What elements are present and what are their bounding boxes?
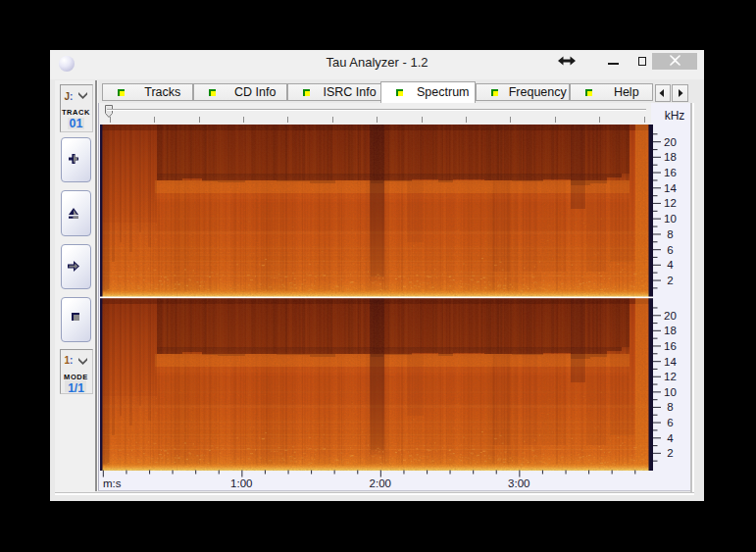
svg-text:m:s: m:s xyxy=(103,477,122,489)
svg-text:12: 12 xyxy=(664,197,677,209)
svg-text:2:00: 2:00 xyxy=(369,477,390,489)
svg-text:6: 6 xyxy=(667,244,673,256)
svg-text:2: 2 xyxy=(667,447,673,459)
svg-text:14: 14 xyxy=(664,356,677,368)
svg-text:10: 10 xyxy=(664,213,677,225)
svg-text:4: 4 xyxy=(667,259,674,271)
svg-text:1:00: 1:00 xyxy=(230,477,252,489)
svg-text:12: 12 xyxy=(664,371,677,382)
svg-text:8: 8 xyxy=(667,228,673,240)
svg-text:20: 20 xyxy=(664,136,677,148)
svg-text:kHz: kHz xyxy=(665,109,685,123)
svg-text:4: 4 xyxy=(667,432,674,444)
svg-text:3:00: 3:00 xyxy=(508,477,529,489)
svg-text:6: 6 xyxy=(667,417,673,428)
svg-text:16: 16 xyxy=(664,340,677,352)
svg-text:14: 14 xyxy=(664,182,677,194)
svg-text:16: 16 xyxy=(664,167,677,178)
svg-text:18: 18 xyxy=(664,151,677,163)
svg-text:8: 8 xyxy=(667,401,673,413)
svg-text:2: 2 xyxy=(667,275,673,286)
svg-text:20: 20 xyxy=(664,310,677,322)
svg-text:18: 18 xyxy=(664,325,677,336)
svg-text:10: 10 xyxy=(664,386,677,398)
